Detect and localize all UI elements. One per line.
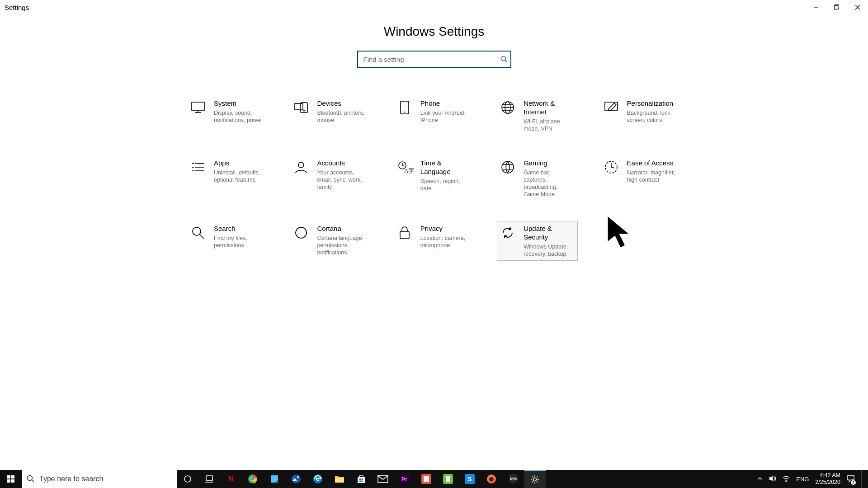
taskbar-app-premiere[interactable]: Pr bbox=[394, 470, 415, 488]
taskbar-app-photos[interactable] bbox=[285, 470, 307, 488]
snagit-icon: S bbox=[464, 474, 475, 484]
taskbar-app-mail[interactable] bbox=[372, 470, 394, 488]
category-gaming[interactable]: Gaming Game bar, captures, broadcasting,… bbox=[497, 155, 577, 201]
cortana-ring-icon bbox=[182, 474, 193, 484]
category-title: Apps bbox=[214, 159, 264, 167]
show-desktop-button[interactable] bbox=[861, 470, 864, 488]
minimize-button[interactable] bbox=[806, 0, 826, 14]
svg-line-37 bbox=[200, 235, 204, 239]
window-title: Settings bbox=[5, 4, 29, 11]
privacy-icon bbox=[397, 225, 412, 240]
taskbar-taskview-button[interactable] bbox=[198, 470, 220, 488]
edge-icon bbox=[312, 474, 323, 484]
svg-point-68 bbox=[489, 477, 494, 482]
category-network[interactable]: Network & Internet Wi-Fi, airplane mode,… bbox=[497, 96, 577, 136]
tray-action-center[interactable]: 2 bbox=[847, 474, 855, 484]
category-accounts[interactable]: Accounts Your accounts, email, sync, wor… bbox=[290, 155, 371, 201]
taskbar-app-firefox[interactable] bbox=[481, 470, 502, 488]
category-desc: Narrator, magnifier, high contrast bbox=[627, 169, 678, 183]
taskbar-app-camtasia[interactable] bbox=[415, 470, 437, 488]
category-personalization[interactable]: Personalization Background, lock screen,… bbox=[600, 96, 681, 136]
tray-language[interactable]: ENG bbox=[796, 476, 809, 483]
svg-rect-56 bbox=[359, 481, 361, 482]
svg-point-42 bbox=[184, 476, 191, 482]
maximize-button[interactable] bbox=[826, 0, 847, 14]
taskbar-app-greenapp[interactable] bbox=[437, 470, 459, 488]
globe-icon bbox=[500, 100, 515, 115]
search-category-icon bbox=[190, 225, 206, 240]
category-title: Time & Language bbox=[420, 159, 471, 176]
svg-rect-39 bbox=[400, 231, 409, 239]
svg-rect-58 bbox=[378, 475, 388, 483]
category-desc: Display, sound, notifications, power bbox=[214, 109, 264, 124]
svg-point-50 bbox=[297, 476, 299, 478]
tray-time: 4:42 AM bbox=[815, 472, 840, 479]
category-cortana[interactable]: Cortana Cortana language, permissions, n… bbox=[290, 221, 371, 261]
start-button[interactable] bbox=[0, 470, 22, 488]
category-title: Update & Security bbox=[524, 224, 574, 241]
taskbar: Type here to search N Pr S EPIC ENG 4:42… bbox=[0, 470, 868, 488]
taskbar-app-settings[interactable] bbox=[524, 470, 546, 488]
search-box[interactable] bbox=[357, 51, 511, 68]
category-title: Search bbox=[214, 224, 264, 233]
taskbar-app-netflix[interactable]: N bbox=[220, 470, 242, 488]
taskbar-search[interactable]: Type here to search bbox=[22, 470, 177, 488]
search-icon bbox=[22, 475, 39, 483]
svg-point-12 bbox=[304, 110, 305, 111]
tray-overflow-button[interactable] bbox=[757, 476, 763, 483]
svg-rect-52 bbox=[335, 478, 344, 483]
category-title: Ease of Access bbox=[627, 159, 678, 167]
close-button[interactable] bbox=[847, 0, 868, 14]
search-icon bbox=[498, 56, 510, 63]
phone-icon bbox=[397, 100, 412, 115]
svg-rect-55 bbox=[362, 479, 363, 480]
page-title: Windows Settings bbox=[0, 24, 868, 39]
taskbar-app-edge[interactable] bbox=[307, 470, 329, 488]
tray-wifi-icon[interactable] bbox=[783, 475, 790, 483]
green-app-icon bbox=[443, 474, 453, 484]
search-input[interactable] bbox=[358, 56, 498, 63]
category-apps[interactable]: Apps Uninstall, defaults, optional featu… bbox=[187, 155, 268, 201]
category-title: Privacy bbox=[420, 224, 471, 233]
category-devices[interactable]: Devices Bluetooth, printers, mouse bbox=[290, 96, 371, 136]
category-ease-of-access[interactable]: Ease of Access Narrator, magnifier, high… bbox=[600, 155, 681, 201]
category-time-language[interactable]: A字 Time & Language Speech, region, date bbox=[394, 155, 474, 201]
category-desc: Location, camera, microphone bbox=[420, 235, 471, 249]
settings-gear-icon bbox=[529, 474, 540, 485]
category-desc: Game bar, captures, broadcasting, Game M… bbox=[524, 169, 574, 198]
svg-text:EPIC: EPIC bbox=[510, 477, 518, 480]
svg-rect-57 bbox=[362, 481, 363, 482]
taskbar-app-notes[interactable] bbox=[264, 470, 285, 488]
system-icon bbox=[190, 100, 206, 115]
svg-rect-7 bbox=[192, 102, 204, 110]
taskbar-app-explorer[interactable] bbox=[329, 470, 350, 488]
taskbar-pinned-apps: N Pr S EPIC bbox=[177, 470, 546, 488]
category-phone[interactable]: Phone Link your Android, iPhone bbox=[394, 96, 474, 136]
svg-point-32 bbox=[502, 161, 514, 173]
taskbar-search-placeholder: Type here to search bbox=[39, 475, 103, 483]
category-system[interactable]: System Display, sound, notifications, po… bbox=[187, 96, 268, 136]
tray-volume-icon[interactable] bbox=[769, 475, 776, 483]
settings-categories-grid: System Display, sound, notifications, po… bbox=[187, 96, 681, 261]
svg-point-36 bbox=[193, 227, 201, 235]
taskbar-app-chrome[interactable] bbox=[242, 470, 264, 488]
category-update-security[interactable]: Update & Security Windows Update, recove… bbox=[497, 221, 577, 261]
category-title: System bbox=[214, 99, 264, 108]
category-desc: Uninstall, defaults, optional features bbox=[214, 169, 264, 183]
apps-icon bbox=[190, 160, 206, 175]
category-search[interactable]: Search Find my files, permissions bbox=[187, 221, 268, 261]
taskbar-app-epic[interactable]: EPIC bbox=[502, 470, 524, 488]
window-titlebar: Settings bbox=[0, 0, 868, 14]
svg-point-38 bbox=[296, 227, 307, 238]
svg-line-6 bbox=[505, 61, 507, 63]
category-privacy[interactable]: Privacy Location, camera, microphone bbox=[394, 221, 474, 261]
taskbar-app-snagit[interactable]: S bbox=[459, 470, 481, 488]
ease-of-access-icon bbox=[604, 160, 619, 175]
category-desc: Speech, region, date bbox=[420, 178, 471, 192]
category-title: Accounts bbox=[317, 159, 368, 167]
accounts-icon bbox=[293, 160, 309, 175]
tray-clock[interactable]: 4:42 AM 2/25/2020 bbox=[815, 472, 840, 486]
taskbar-app-store[interactable] bbox=[350, 470, 372, 488]
category-desc: Bluetooth, printers, mouse bbox=[317, 109, 368, 124]
taskbar-cortana-button[interactable] bbox=[177, 470, 198, 488]
